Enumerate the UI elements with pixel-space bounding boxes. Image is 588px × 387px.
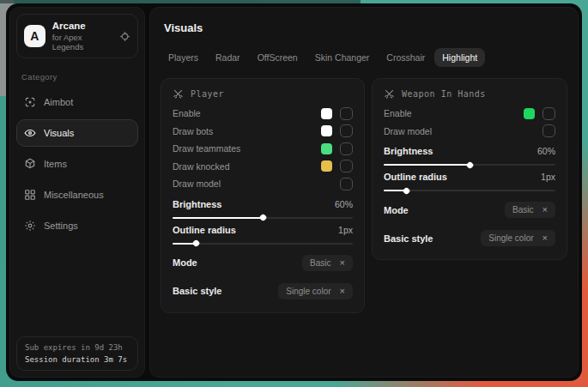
grid-icon [24, 189, 36, 201]
checkbox[interactable] [340, 124, 353, 137]
checkbox[interactable] [543, 107, 555, 120]
slider-thumb[interactable] [403, 186, 411, 195]
outline-radius-slider-row: Outline radius 1px [384, 172, 555, 191]
sidebar-item-visuals[interactable]: Visuals [16, 119, 138, 147]
setting-row-draw-model: Draw model [173, 175, 353, 193]
slider-value: 60% [537, 146, 555, 156]
visuals-icon [24, 127, 36, 139]
brightness-slider-row: Brightness 60% [384, 146, 555, 166]
basic-style-row: Basic style Single color × [384, 228, 555, 248]
aimbot-icon [24, 96, 36, 108]
tag-row-label: Mode [173, 257, 302, 268]
close-icon[interactable]: × [543, 205, 548, 215]
tag-row-label: Mode [384, 205, 505, 215]
sidebar-item-aimbot[interactable]: Aimbot [16, 88, 138, 116]
outline-radius-slider-row: Outline radius 1px [173, 225, 353, 245]
tab-radar[interactable]: Radar [208, 48, 248, 67]
mode-row: Mode Basic × [384, 200, 555, 220]
setting-label: Enable [173, 108, 321, 118]
brightness-slider-row: Brightness 60% [173, 199, 353, 219]
close-icon[interactable]: × [340, 287, 345, 296]
tag-value: Basic [310, 258, 330, 268]
checkbox[interactable] [340, 178, 353, 190]
setting-row-enable: Enable [384, 105, 555, 123]
slider-thumb[interactable] [466, 160, 475, 169]
checkbox[interactable] [340, 107, 353, 120]
color-swatch[interactable] [321, 160, 332, 172]
basic-style-tag[interactable]: Single color × [481, 230, 555, 246]
slider-value: 1px [338, 225, 353, 235]
cheat-menu-window: A Arcane for Apex Legends Category [6, 3, 582, 381]
app-subtitle: for Apex Legends [52, 33, 112, 51]
setting-row-draw-model: Draw model [384, 123, 555, 141]
setting-row-enable: Enable [173, 105, 353, 123]
panels-container: Player Enable Draw bots [161, 78, 567, 313]
outline-radius-slider[interactable] [173, 243, 353, 245]
setting-label: Draw model [173, 178, 340, 189]
sub-expiry-text: Sub expires in 9d 23h [25, 343, 130, 352]
crossed-swords-icon [384, 88, 395, 100]
sidebar-item-label: Miscellaneous [44, 190, 104, 200]
setting-row-draw-teammates: Draw teammates [173, 140, 353, 158]
slider-label: Outline radius [384, 172, 541, 182]
weapon-in-hands-panel: Weapon In Hands Enable Draw model [372, 78, 567, 260]
crossed-swords-icon [173, 88, 184, 100]
checkbox[interactable] [340, 142, 353, 155]
setting-label: Draw knocked [173, 161, 321, 172]
app-header: A Arcane for Apex Legends [16, 14, 138, 58]
color-swatch[interactable] [321, 143, 332, 154]
checkbox[interactable] [340, 160, 353, 172]
session-duration-text: Session duration 3m 7s [25, 355, 130, 364]
setting-label: Draw bots [173, 126, 321, 136]
slider-thumb[interactable] [192, 239, 201, 248]
brightness-slider[interactable] [384, 164, 555, 166]
setting-row-draw-knocked: Draw knocked [173, 158, 353, 176]
sidebar-item-label: Settings [44, 221, 78, 231]
checkbox[interactable] [543, 124, 555, 137]
weapon-panel-header: Weapon In Hands [384, 88, 555, 100]
setting-label: Enable [384, 108, 524, 118]
sidebar-item-label: Aimbot [44, 97, 73, 107]
sidebar-item-miscellaneous[interactable]: Miscellaneous [16, 181, 138, 209]
tab-highlight[interactable]: Highlight [434, 48, 485, 67]
tag-value: Single color [286, 287, 330, 296]
close-icon[interactable]: × [543, 233, 548, 243]
setting-label: Draw model [384, 126, 543, 136]
basic-style-tag[interactable]: Single color × [278, 283, 353, 299]
player-panel-header: Player [173, 88, 353, 100]
tag-value: Basic [512, 205, 533, 215]
tab-offscreen[interactable]: OffScreen [250, 48, 306, 67]
tag-row-label: Basic style [173, 286, 278, 296]
color-swatch[interactable] [321, 108, 332, 119]
brightness-slider[interactable] [173, 217, 353, 219]
panel-title: Weapon In Hands [402, 89, 486, 99]
tab-crosshair[interactable]: Crosshair [379, 48, 433, 67]
tab-skin-changer[interactable]: Skin Changer [307, 48, 378, 67]
slider-label: Outline radius [173, 225, 338, 235]
mode-row: Mode Basic × [173, 253, 353, 273]
target-icon[interactable] [119, 31, 130, 42]
setting-label: Draw teammates [173, 143, 321, 154]
outline-radius-slider[interactable] [384, 190, 555, 191]
slider-thumb[interactable] [259, 214, 268, 222]
slider-label: Brightness [173, 199, 335, 209]
tab-players[interactable]: Players [161, 48, 206, 67]
color-swatch[interactable] [524, 108, 535, 119]
sidebar-item-items[interactable]: Items [16, 150, 138, 178]
page-title: Visuals [164, 21, 567, 34]
tag-value: Single color [488, 233, 533, 243]
basic-style-row: Basic style Single color × [173, 281, 353, 301]
tab-bar: Players Radar OffScreen Skin Changer Cro… [161, 48, 567, 67]
subscription-info: Sub expires in 9d 23h Session duration 3… [16, 336, 138, 371]
items-cube-icon [24, 158, 36, 170]
mode-tag[interactable]: Basic × [505, 202, 555, 218]
app-name: Arcane [52, 21, 112, 31]
sidebar-item-label: Visuals [44, 128, 74, 138]
sidebar-item-settings[interactable]: Settings [16, 212, 138, 239]
sidebar: A Arcane for Apex Legends Category [9, 7, 145, 378]
color-swatch[interactable] [321, 125, 332, 136]
close-icon[interactable]: × [340, 258, 345, 268]
slider-value: 60% [335, 199, 353, 209]
sidebar-nav: Aimbot Visuals [16, 88, 138, 239]
mode-tag[interactable]: Basic × [302, 255, 353, 271]
